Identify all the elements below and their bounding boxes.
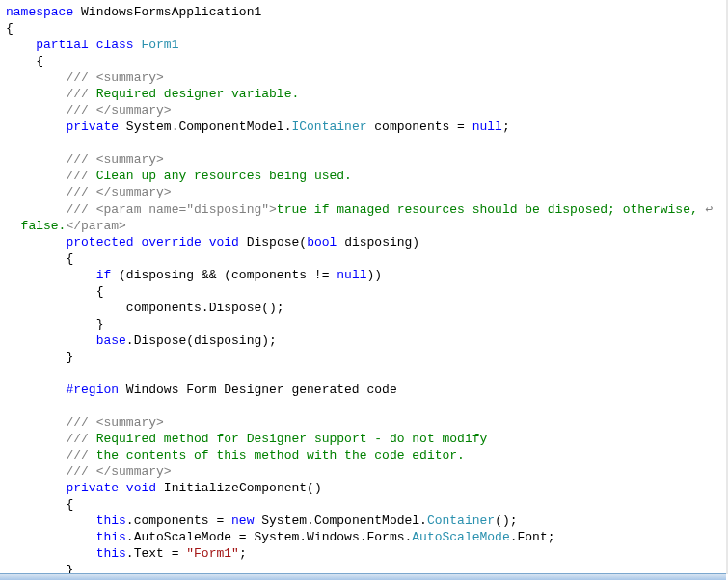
code-line [6, 136, 13, 150]
code-line: protected override void Dispose(bool dis… [6, 235, 419, 250]
code-line: /// Required method for Designer support… [6, 432, 487, 446]
code-line: /// the contents of this method with the… [6, 448, 465, 462]
horizontal-scrollbar[interactable] [0, 573, 726, 580]
code-line: /// <summary> [6, 152, 164, 167]
code-line: } [6, 350, 73, 364]
code-line: } [6, 317, 103, 331]
code-line: /// </summary> [6, 464, 172, 479]
code-line: { [6, 21, 13, 36]
code-line: #region Windows Form Designer generated … [6, 382, 397, 397]
code-line: base.Dispose(disposing); [6, 333, 277, 348]
code-line: { [6, 284, 103, 299]
code-line: false.</param> [6, 219, 126, 233]
code-line [6, 366, 13, 381]
code-line: /// <summary> [6, 415, 164, 430]
code-line: partial class Form1 [6, 38, 178, 52]
code-line: namespace WindowsFormsApplication1 [6, 5, 261, 19]
code-line: /// Clean up any resources being used. [6, 169, 352, 183]
code-line: this.AutoScaleMode = System.Windows.Form… [6, 530, 555, 544]
code-line: { [6, 54, 43, 68]
code-line [6, 399, 13, 413]
code-line: { [6, 497, 73, 512]
code-line: /// </summary> [6, 103, 172, 118]
code-line: if (disposing && (components != null)) [6, 268, 382, 282]
code-line: /// <param name="disposing">true if mana… [6, 202, 713, 217]
code-line: /// </summary> [6, 185, 172, 199]
code-line: this.Text = "Form1"; [6, 546, 247, 561]
code-line: /// Required designer variable. [6, 87, 299, 101]
code-line: /// <summary> [6, 70, 164, 85]
line-wrap-icon: ↩ [706, 201, 714, 216]
code-line: components.Dispose(); [6, 301, 284, 315]
code-editor[interactable]: namespace WindowsFormsApplication1 { par… [0, 0, 728, 578]
code-line: private System.ComponentModel.IContainer… [6, 119, 510, 134]
code-line: private void InitializeComponent() [6, 481, 322, 495]
code-line: { [6, 251, 73, 266]
code-line: this.components = new System.ComponentMo… [6, 514, 518, 528]
